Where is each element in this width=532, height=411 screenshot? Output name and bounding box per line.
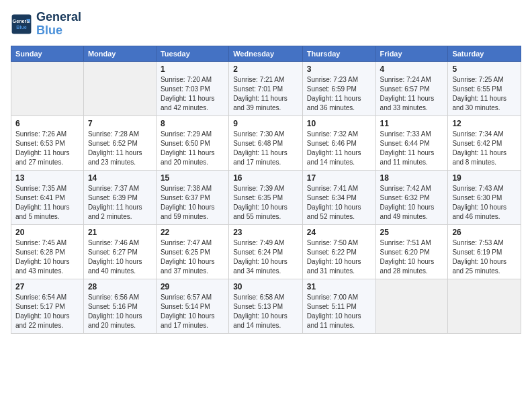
day-number: 5: [452, 64, 517, 74]
day-info: Sunrise: 7:20 AM Sunset: 7:03 PM Dayligh…: [161, 75, 224, 113]
day-number: 25: [380, 228, 444, 237]
calendar-page: General Blue General Blue SundayMondayTu…: [0, 0, 532, 345]
day-info: Sunrise: 7:32 AM Sunset: 6:46 PM Dayligh…: [307, 130, 371, 167]
day-number: 2: [233, 64, 298, 74]
day-info: Sunrise: 7:47 AM Sunset: 6:25 PM Dayligh…: [161, 238, 224, 276]
day-number: 6: [15, 119, 79, 128]
header: General Blue General Blue: [11, 11, 521, 38]
calendar-cell: 11Sunrise: 7:33 AM Sunset: 6:44 PM Dayli…: [375, 116, 448, 170]
day-number: 1: [161, 64, 224, 74]
day-number: 7: [88, 119, 152, 128]
weekday-header-saturday: Saturday: [448, 46, 521, 61]
day-number: 21: [88, 228, 152, 237]
weekday-header-row: SundayMondayTuesdayWednesdayThursdayFrid…: [11, 46, 521, 61]
calendar-table: SundayMondayTuesdayWednesdayThursdayFrid…: [11, 46, 521, 334]
day-info: Sunrise: 6:57 AM Sunset: 5:14 PM Dayligh…: [161, 293, 224, 330]
calendar-cell: 2Sunrise: 7:21 AM Sunset: 7:01 PM Daylig…: [229, 61, 303, 116]
day-number: 28: [88, 282, 152, 291]
calendar-cell: 5Sunrise: 7:25 AM Sunset: 6:55 PM Daylig…: [448, 61, 521, 116]
day-number: 11: [380, 119, 444, 128]
day-info: Sunrise: 7:30 AM Sunset: 6:48 PM Dayligh…: [233, 130, 298, 167]
calendar-cell: 31Sunrise: 7:00 AM Sunset: 5:11 PM Dayli…: [302, 279, 375, 333]
day-info: Sunrise: 7:38 AM Sunset: 6:37 PM Dayligh…: [161, 184, 224, 222]
day-number: 3: [307, 64, 371, 74]
day-number: 9: [233, 119, 298, 128]
day-info: Sunrise: 7:45 AM Sunset: 6:28 PM Dayligh…: [15, 238, 79, 276]
day-number: 10: [307, 119, 371, 128]
calendar-cell: 17Sunrise: 7:41 AM Sunset: 6:34 PM Dayli…: [302, 170, 375, 224]
calendar-cell: [83, 61, 156, 116]
calendar-cell: 16Sunrise: 7:39 AM Sunset: 6:35 PM Dayli…: [229, 170, 303, 224]
calendar-row-3: 20Sunrise: 7:45 AM Sunset: 6:28 PM Dayli…: [11, 224, 521, 279]
day-number: 26: [452, 228, 517, 237]
logo-text-general: General: [36, 11, 81, 24]
calendar-cell: [375, 279, 448, 333]
day-info: Sunrise: 7:00 AM Sunset: 5:11 PM Dayligh…: [307, 293, 371, 330]
calendar-row-4: 27Sunrise: 6:54 AM Sunset: 5:17 PM Dayli…: [11, 279, 521, 333]
calendar-cell: 14Sunrise: 7:37 AM Sunset: 6:39 PM Dayli…: [83, 170, 156, 224]
day-info: Sunrise: 7:53 AM Sunset: 6:19 PM Dayligh…: [452, 238, 517, 276]
day-number: 4: [380, 64, 444, 74]
day-info: Sunrise: 7:37 AM Sunset: 6:39 PM Dayligh…: [88, 184, 152, 222]
calendar-cell: 4Sunrise: 7:24 AM Sunset: 6:57 PM Daylig…: [375, 61, 448, 116]
day-info: Sunrise: 7:41 AM Sunset: 6:34 PM Dayligh…: [307, 184, 371, 222]
day-info: Sunrise: 7:24 AM Sunset: 6:57 PM Dayligh…: [380, 75, 444, 113]
calendar-cell: 27Sunrise: 6:54 AM Sunset: 5:17 PM Dayli…: [11, 279, 84, 333]
day-info: Sunrise: 7:35 AM Sunset: 6:41 PM Dayligh…: [15, 184, 79, 222]
calendar-cell: 12Sunrise: 7:34 AM Sunset: 6:42 PM Dayli…: [448, 116, 521, 170]
weekday-header-sunday: Sunday: [11, 46, 84, 61]
day-info: Sunrise: 7:49 AM Sunset: 6:24 PM Dayligh…: [233, 238, 298, 276]
day-info: Sunrise: 7:50 AM Sunset: 6:22 PM Dayligh…: [307, 238, 371, 276]
weekday-header-monday: Monday: [83, 46, 156, 61]
calendar-cell: 8Sunrise: 7:29 AM Sunset: 6:50 PM Daylig…: [156, 116, 228, 170]
day-number: 20: [15, 228, 79, 237]
day-number: 22: [161, 228, 224, 237]
day-info: Sunrise: 7:23 AM Sunset: 6:59 PM Dayligh…: [307, 75, 371, 113]
day-number: 15: [161, 173, 224, 183]
day-info: Sunrise: 7:28 AM Sunset: 6:52 PM Dayligh…: [88, 130, 152, 167]
day-info: Sunrise: 6:54 AM Sunset: 5:17 PM Dayligh…: [15, 293, 79, 330]
day-number: 18: [380, 173, 444, 183]
calendar-row-2: 13Sunrise: 7:35 AM Sunset: 6:41 PM Dayli…: [11, 170, 521, 224]
day-info: Sunrise: 6:56 AM Sunset: 5:16 PM Dayligh…: [88, 293, 152, 330]
day-number: 8: [161, 119, 224, 128]
day-number: 13: [15, 173, 79, 183]
day-info: Sunrise: 7:46 AM Sunset: 6:27 PM Dayligh…: [88, 238, 152, 276]
calendar-cell: 9Sunrise: 7:30 AM Sunset: 6:48 PM Daylig…: [229, 116, 303, 170]
day-info: Sunrise: 7:34 AM Sunset: 6:42 PM Dayligh…: [452, 130, 517, 167]
day-number: 24: [307, 228, 371, 237]
calendar-cell: 20Sunrise: 7:45 AM Sunset: 6:28 PM Dayli…: [11, 224, 84, 279]
weekday-header-tuesday: Tuesday: [156, 46, 228, 61]
day-number: 16: [233, 173, 298, 183]
day-number: 31: [307, 282, 371, 291]
calendar-cell: [11, 61, 84, 116]
day-number: 29: [161, 282, 224, 291]
calendar-cell: 22Sunrise: 7:47 AM Sunset: 6:25 PM Dayli…: [156, 224, 228, 279]
day-number: 30: [233, 282, 298, 291]
calendar-cell: 10Sunrise: 7:32 AM Sunset: 6:46 PM Dayli…: [302, 116, 375, 170]
calendar-cell: 6Sunrise: 7:26 AM Sunset: 6:53 PM Daylig…: [11, 116, 84, 170]
calendar-cell: 13Sunrise: 7:35 AM Sunset: 6:41 PM Dayli…: [11, 170, 84, 224]
day-info: Sunrise: 6:58 AM Sunset: 5:13 PM Dayligh…: [233, 293, 298, 330]
calendar-cell: 28Sunrise: 6:56 AM Sunset: 5:16 PM Dayli…: [83, 279, 156, 333]
day-info: Sunrise: 7:33 AM Sunset: 6:44 PM Dayligh…: [380, 130, 444, 167]
day-number: 27: [15, 282, 79, 291]
day-info: Sunrise: 7:42 AM Sunset: 6:32 PM Dayligh…: [380, 184, 444, 222]
calendar-cell: 21Sunrise: 7:46 AM Sunset: 6:27 PM Dayli…: [83, 224, 156, 279]
day-number: 12: [452, 119, 517, 128]
calendar-cell: 18Sunrise: 7:42 AM Sunset: 6:32 PM Dayli…: [375, 170, 448, 224]
calendar-cell: 24Sunrise: 7:50 AM Sunset: 6:22 PM Dayli…: [302, 224, 375, 279]
calendar-cell: 1Sunrise: 7:20 AM Sunset: 7:03 PM Daylig…: [156, 61, 228, 116]
day-info: Sunrise: 7:29 AM Sunset: 6:50 PM Dayligh…: [161, 130, 224, 167]
day-info: Sunrise: 7:21 AM Sunset: 7:01 PM Dayligh…: [233, 75, 298, 113]
calendar-cell: 3Sunrise: 7:23 AM Sunset: 6:59 PM Daylig…: [302, 61, 375, 116]
weekday-header-friday: Friday: [375, 46, 448, 61]
day-number: 19: [452, 173, 517, 183]
calendar-row-1: 6Sunrise: 7:26 AM Sunset: 6:53 PM Daylig…: [11, 116, 521, 170]
day-number: 17: [307, 173, 371, 183]
logo: General Blue General Blue: [11, 11, 81, 38]
weekday-header-thursday: Thursday: [302, 46, 375, 61]
day-number: 14: [88, 173, 152, 183]
day-info: Sunrise: 7:43 AM Sunset: 6:30 PM Dayligh…: [452, 184, 517, 222]
calendar-cell: 23Sunrise: 7:49 AM Sunset: 6:24 PM Dayli…: [229, 224, 303, 279]
